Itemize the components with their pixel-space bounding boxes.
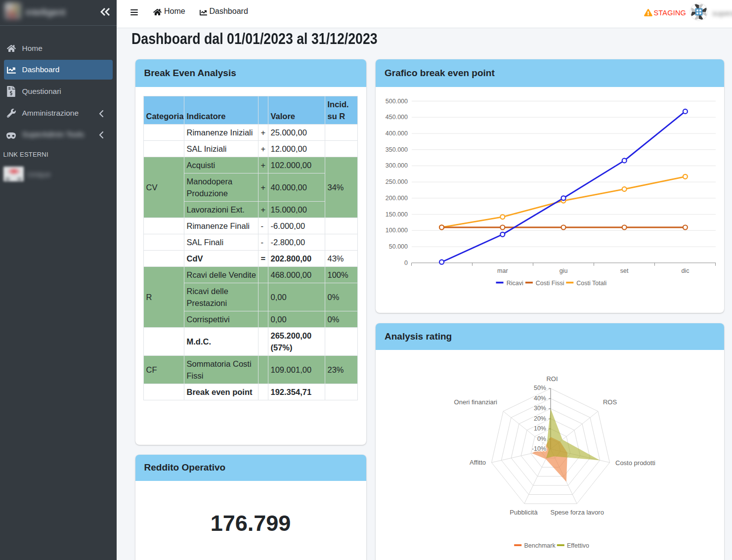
svg-text:ROS: ROS [603,398,617,406]
svg-text:250.000: 250.000 [386,178,408,185]
svg-text:400.000: 400.000 [386,130,408,137]
svg-text:Oneri finanziari: Oneri finanziari [454,398,498,406]
svg-text:350.000: 350.000 [386,146,408,153]
svg-text:0: 0 [404,259,408,266]
svg-text:50%: 50% [534,385,546,391]
svg-text:100.000: 100.000 [386,227,408,234]
svg-text:-10%: -10% [532,445,546,452]
svg-text:mar: mar [497,267,508,274]
svg-text:0%: 0% [537,435,546,442]
svg-text:450.000: 450.000 [386,114,408,121]
svg-text:Effettivo: Effettivo [567,542,589,549]
svg-text:10%: 10% [534,425,546,432]
svg-text:150.000: 150.000 [386,211,408,218]
svg-text:30%: 30% [534,405,546,412]
svg-text:500.000: 500.000 [386,98,408,105]
svg-text:Spese forza lavoro: Spese forza lavoro [550,509,603,516]
svg-text:300.000: 300.000 [386,162,408,169]
svg-text:Affitto: Affitto [470,459,486,466]
svg-text:20%: 20% [534,415,546,422]
svg-text:50.000: 50.000 [389,243,408,250]
svg-text:ROI: ROI [546,375,558,383]
svg-text:giu: giu [560,267,568,274]
svg-text:set: set [620,267,629,274]
svg-text:Benchmark: Benchmark [524,542,556,549]
svg-text:Costi Fissi: Costi Fissi [536,280,564,287]
svg-text:40%: 40% [534,395,546,402]
svg-text:Ricavi: Ricavi [507,280,523,287]
svg-text:Costo prodotti: Costo prodotti [615,459,655,467]
svg-text:Costi Totali: Costi Totali [576,280,606,287]
svg-text:200.000: 200.000 [386,195,408,202]
svg-text:dic: dic [681,267,689,274]
svg-text:Pubblicità: Pubblicità [510,509,538,516]
